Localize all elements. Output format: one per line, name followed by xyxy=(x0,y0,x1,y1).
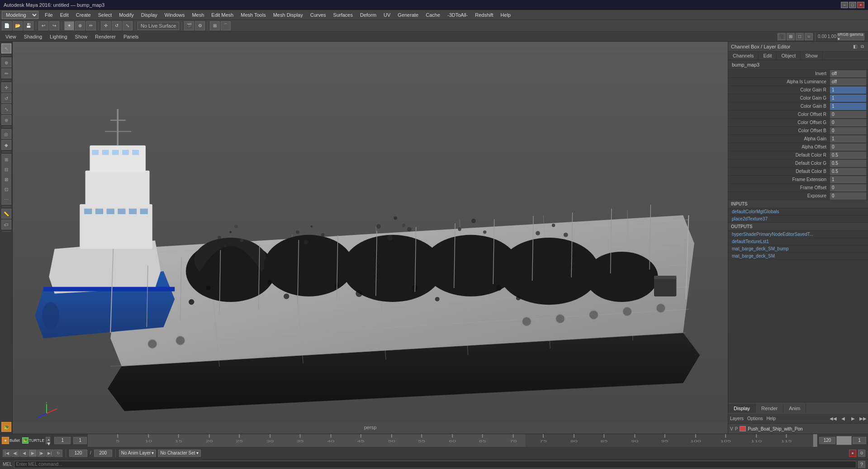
snap-curve-btn[interactable]: ⌒ xyxy=(221,21,231,30)
options-menu[interactable]: Options xyxy=(747,416,763,421)
attr-color-offset-r[interactable]: Color Offset R 0 xyxy=(728,110,868,119)
timeline-ruler[interactable]: 5 10 15 20 25 30 35 40 45 50 55 60 65 xyxy=(88,434,817,447)
snap-tool-1[interactable]: ⊞ xyxy=(1,154,11,164)
mel-help-btn[interactable]: ? xyxy=(858,461,865,468)
layer-fwd-btn[interactable]: ▶▶ xyxy=(860,416,866,422)
attr-alpha-gain[interactable]: Alpha Gain 1 xyxy=(728,135,868,143)
menu-mesh-display[interactable]: Mesh Display xyxy=(270,11,307,19)
step-back-btn[interactable]: ◀| xyxy=(11,450,19,457)
layer-row[interactable]: V P Push_Boat_Ship_with_Pon xyxy=(728,424,868,434)
annotation-tool[interactable]: 🏷 xyxy=(1,220,11,230)
select-tool[interactable]: ↖ xyxy=(1,43,11,53)
output-default-texture-lst[interactable]: defaultTextureLst1 xyxy=(728,238,868,245)
lasso-tool-btn[interactable]: ⊕ xyxy=(75,21,85,30)
lasso-tool[interactable]: ⊕ xyxy=(1,57,11,67)
snap-tool-2[interactable]: ⊟ xyxy=(1,164,11,174)
range-start-input[interactable] xyxy=(73,437,87,444)
attr-exposure[interactable]: Exposure 0 xyxy=(728,192,868,200)
current-frame-input[interactable] xyxy=(54,437,71,444)
menu-redshift[interactable]: Redshift xyxy=(471,11,497,19)
bullet-icon[interactable]: ● xyxy=(2,437,9,444)
attr-color-offset-b[interactable]: Color Offset B 0 xyxy=(728,127,868,135)
attr-alpha-is-luminance[interactable]: Alpha Is Luminance off xyxy=(728,78,868,86)
universal-tool[interactable]: ⊛ xyxy=(1,115,11,125)
output-mat-barge-bump[interactable]: mat_barge_deck_SM_bump xyxy=(728,245,868,253)
panel-float-btn[interactable]: ⧉ xyxy=(859,43,865,50)
output-hypershade[interactable]: hyperShadePrimaryNodeEditorSavedT... xyxy=(728,231,868,238)
open-file-btn[interactable]: 📂 xyxy=(13,21,23,30)
mode-selector[interactable]: Modeling Rigging Animation FX Rendering xyxy=(2,11,38,19)
layer-prev-btn[interactable]: ◀ xyxy=(840,416,846,422)
render-btn[interactable]: 🎬 xyxy=(184,21,194,30)
snap-tool-3[interactable]: ⊠ xyxy=(1,174,11,184)
snap-tool-5[interactable]: ⋯ xyxy=(1,194,11,204)
attr-color-gain-g[interactable]: Color Gain G 1 xyxy=(728,94,868,102)
attr-default-color-g[interactable]: Default Color G 0.5 xyxy=(728,159,868,168)
wireframe-btn[interactable]: □ xyxy=(796,33,804,40)
soft-mod-tool[interactable]: ◎ xyxy=(1,129,11,139)
show-manip-tool[interactable]: ◆ xyxy=(1,140,11,150)
no-character-set-selector[interactable]: No Character Set ▾ xyxy=(158,450,200,457)
scale-tool-btn[interactable]: ⤡ xyxy=(123,21,133,30)
measure-tool[interactable]: 📏 xyxy=(1,209,11,219)
go-to-end-btn[interactable]: ▶| xyxy=(46,450,54,457)
move-tool[interactable]: ✛ xyxy=(1,82,11,92)
attr-frame-extension[interactable]: Frame Extension 1 xyxy=(728,176,868,184)
menu-uv[interactable]: UV xyxy=(380,11,394,19)
auto-key-btn[interactable]: ● xyxy=(849,450,856,457)
move-tool-btn[interactable]: ✛ xyxy=(101,21,111,30)
color-management-btn[interactable]: sRGB gamma ▾ xyxy=(837,33,864,40)
menu-create[interactable]: Create xyxy=(72,11,95,19)
panel-dock-btn[interactable]: ◧ xyxy=(852,43,858,50)
menu-windows[interactable]: Windows xyxy=(161,11,189,19)
view-menu-panels[interactable]: Panels xyxy=(120,33,142,40)
menu-surfaces[interactable]: Surfaces xyxy=(330,11,356,19)
layer-next-btn[interactable]: ▶ xyxy=(850,416,856,422)
attr-frame-offset[interactable]: Frame Offset 0 xyxy=(728,184,868,192)
timeline-arrow-up[interactable]: ▲ xyxy=(46,437,50,440)
go-to-start-btn[interactable]: |◀ xyxy=(3,450,11,457)
menu-modify[interactable]: Modify xyxy=(115,11,137,19)
turtle-icon[interactable]: 🐢 xyxy=(22,437,28,444)
undo-btn[interactable]: ↩ xyxy=(38,21,48,30)
select-tool-btn[interactable]: ✦ xyxy=(64,21,74,30)
menu-mesh[interactable]: Mesh xyxy=(188,11,208,19)
rotate-tool[interactable]: ↺ xyxy=(1,93,11,103)
save-file-btn[interactable]: 💾 xyxy=(24,21,33,30)
menu-edit[interactable]: Edit xyxy=(57,11,72,19)
menu-edit-mesh[interactable]: Edit Mesh xyxy=(208,11,237,19)
playback-start-input[interactable] xyxy=(853,437,866,444)
view-menu-lighting[interactable]: Lighting xyxy=(46,33,71,40)
step-fwd-btn[interactable]: |▶ xyxy=(37,450,45,457)
menu-curves[interactable]: Curves xyxy=(307,11,330,19)
play-forward-btn[interactable]: ▶ xyxy=(28,450,37,457)
smooth-btn[interactable]: ○ xyxy=(805,33,813,40)
attr-color-offset-g[interactable]: Color Offset G 0 xyxy=(728,119,868,127)
view-menu-show[interactable]: Show xyxy=(71,33,91,40)
anim-tab[interactable]: Anim xyxy=(783,404,806,413)
close-button[interactable]: × xyxy=(857,2,864,8)
input-place2d-texture[interactable]: place2dTexture37 xyxy=(728,215,868,223)
view-menu-renderer[interactable]: Renderer xyxy=(91,33,119,40)
view-menu-view[interactable]: View xyxy=(2,33,20,40)
attr-color-gain-r[interactable]: Color Gain R 1 xyxy=(728,86,868,94)
play-back-btn[interactable]: ◀ xyxy=(20,450,28,457)
layer-back-btn[interactable]: ◀◀ xyxy=(830,416,836,422)
menu-generate[interactable]: Generate xyxy=(394,11,422,19)
menu-cache[interactable]: Cache xyxy=(422,11,444,19)
attr-default-color-r[interactable]: Default Color R 0.5 xyxy=(728,151,868,159)
attr-default-color-b[interactable]: Default Color B 0.5 xyxy=(728,168,868,176)
grid-toggle-btn[interactable]: ⊞ xyxy=(787,33,795,40)
attr-alpha-offset[interactable]: Alpha Offset 0 xyxy=(728,143,868,151)
input-default-color-mgt[interactable]: defaultColorMgtGlobals xyxy=(728,208,868,215)
viewport[interactable]: X Y Z persp xyxy=(13,42,728,434)
layer-visibility[interactable]: V xyxy=(730,426,733,431)
end-frame-display[interactable] xyxy=(69,450,87,457)
menu-help[interactable]: Help xyxy=(497,11,515,19)
menu-deform[interactable]: Deform xyxy=(356,11,380,19)
attr-color-gain-b[interactable]: Color Gain B 1 xyxy=(728,102,868,110)
paint-tool-btn[interactable]: ✏ xyxy=(86,21,96,30)
redo-btn[interactable]: ↪ xyxy=(49,21,59,30)
layer-playback[interactable]: P xyxy=(735,426,738,431)
maximize-button[interactable]: □ xyxy=(849,2,856,8)
